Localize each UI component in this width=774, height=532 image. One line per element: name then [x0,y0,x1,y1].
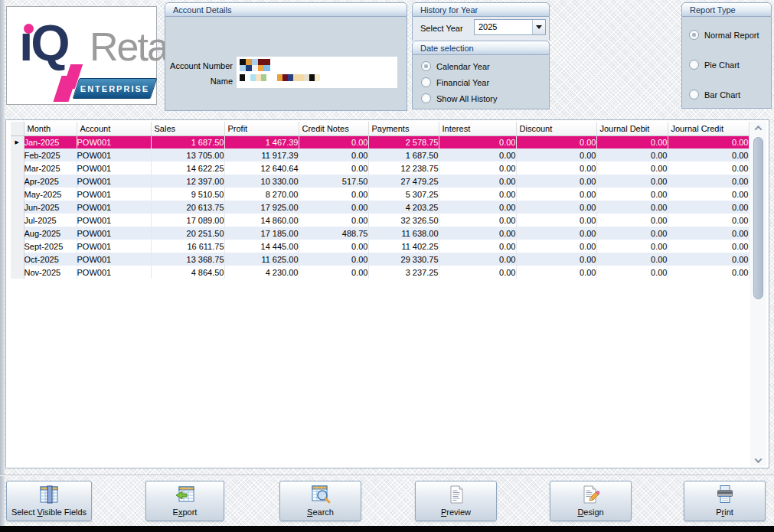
scroll-down-button[interactable] [750,454,766,466]
history-for-year-header: History for Year [412,2,550,17]
table-row[interactable]: Jul-2025POW00117 089.0014 860.000.0032 3… [11,214,749,227]
button-label: Select Visible Fields [11,508,87,517]
radio-bar-chart[interactable]: Bar Chart [689,90,740,100]
table-cell: 17 925.00 [224,201,299,214]
year-dropdown[interactable]: 2025 [474,19,546,35]
table-cell: 0.00 [516,266,596,279]
radio-show-all-history[interactable]: Show All History [421,93,497,103]
radio-calendar-year[interactable]: Calendar Year [421,61,490,71]
table-row[interactable]: Oct-2025POW00113 368.7511 625.000.0029 3… [11,253,749,266]
table-cell: 0.00 [299,188,368,201]
table-row[interactable]: Apr-2025POW00112 397.0010 330.00517.5027… [11,175,749,188]
chevron-down-icon [536,25,542,29]
button-label: Search [307,508,334,517]
column-header[interactable]: Month [24,122,77,135]
table-cell: Jun-2025 [24,201,77,214]
column-header[interactable]: Account [77,122,151,135]
chevron-up-icon [755,125,763,132]
design-button[interactable]: Design [550,481,632,521]
table-row[interactable]: Nov-2025POW0014 864.504 230.000.003 237.… [11,266,749,279]
search-button[interactable]: Search [279,481,361,521]
column-header[interactable]: Payments [368,122,439,135]
scroll-thumb[interactable] [753,137,763,299]
column-header[interactable]: Credit Notes [299,122,368,135]
column-header[interactable]: Interest [439,122,516,135]
table-cell: 0.00 [299,149,368,162]
table-cell: 13 705.00 [151,149,224,162]
table-cell: 29 330.75 [368,253,439,266]
table-cell: 11 917.39 [224,149,299,162]
table-row[interactable]: Aug-2025POW00120 251.5017 185.00488.7511… [11,227,749,240]
table-row[interactable]: Sept-2025POW00116 611.7514 445.000.0011 … [11,240,749,253]
table-cell: 32 326.50 [368,214,439,227]
table-cell: 0.00 [439,253,516,266]
table-cell: POW001 [77,149,151,162]
vertical-scrollbar[interactable] [750,122,766,466]
table-cell: 517.50 [299,175,368,188]
table-cell: 4 864.50 [151,266,224,279]
table-cell: Apr-2025 [24,175,77,188]
column-header[interactable]: Journal Debit [596,122,668,135]
export-button[interactable]: Export [145,481,224,521]
table-cell: 0.00 [596,149,668,162]
footer-divider [0,475,774,476]
table-cell: 0.00 [596,135,668,149]
window-left-edge [0,0,5,532]
radio-button-icon [689,60,699,70]
table-cell: POW001 [77,266,151,279]
logo-i-dot [24,24,34,34]
table-cell: 1 687.50 [151,135,224,149]
account-fields-area[interactable] [237,57,397,88]
table-cell: 0.00 [596,266,668,279]
row-indicator-cell [11,227,24,240]
table-cell: 0.00 [299,135,368,149]
table-cell: 0.00 [668,162,749,175]
table-cell: 0.00 [439,162,516,175]
account-details-header: Account Details [165,2,407,17]
table-cell: 11 638.00 [368,227,439,240]
table-cell: 0.00 [439,188,516,201]
document-design-icon [580,484,602,507]
radio-financial-year[interactable]: Financial Year [421,77,489,87]
table-row[interactable]: Jun-2025POW00120 613.7517 925.000.004 20… [11,201,749,214]
radio-pie-chart[interactable]: Pie Chart [689,60,740,70]
name-value-redacted [240,74,320,81]
table-cell: 0.00 [668,214,749,227]
row-indicator-cell [11,162,24,175]
table-cell: POW001 [77,162,151,175]
table-row[interactable]: ▶Jan-2025POW0011 687.501 467.390.002 578… [11,135,749,149]
table-cell: 12 640.64 [224,162,299,175]
scroll-up-button[interactable] [750,122,766,134]
table-cell: 11 402.25 [368,240,439,253]
table-cell: POW001 [77,135,151,149]
year-dropdown-arrow-button[interactable] [532,20,545,34]
radio-normal-report[interactable]: Normal Report [689,30,759,40]
table-cell: 488.75 [299,227,368,240]
table-cell: Oct-2025 [24,253,77,266]
table-cell: 0.00 [299,214,368,227]
table-cell: 0.00 [516,253,596,266]
row-indicator-cell [11,214,24,227]
column-header[interactable]: Profit [224,122,299,135]
table-cell: 13 368.75 [151,253,224,266]
preview-button[interactable]: Preview [415,481,497,521]
table-cell: Feb-2025 [24,149,77,162]
select-visible-fields-button[interactable]: Select Visible Fields [6,481,92,521]
column-header[interactable]: Journal Credit [668,122,749,135]
radio-label: Calendar Year [436,62,490,71]
row-indicator-cell [11,175,24,188]
select-year-label: Select Year [420,24,463,33]
column-header[interactable]: Discount [516,122,596,135]
table-row[interactable]: May-2025POW0019 510.508 270.000.005 307.… [11,188,749,201]
table-cell: 0.00 [668,227,749,240]
row-indicator-header [11,122,24,135]
date-selection-group: Calendar Year Financial Year Show All Hi… [412,55,550,109]
column-header[interactable]: Sales [151,122,224,135]
table-cell: 0.00 [516,135,596,149]
table-row[interactable]: Mar-2025POW00114 622.2512 640.640.0012 2… [11,162,749,175]
table-cell: 0.00 [299,162,368,175]
table-cell: 10 330.00 [224,175,299,188]
table-row[interactable]: Feb-2025POW00113 705.0011 917.390.001 68… [11,149,749,162]
row-indicator-cell [11,253,24,266]
print-button[interactable]: Print [684,481,766,521]
